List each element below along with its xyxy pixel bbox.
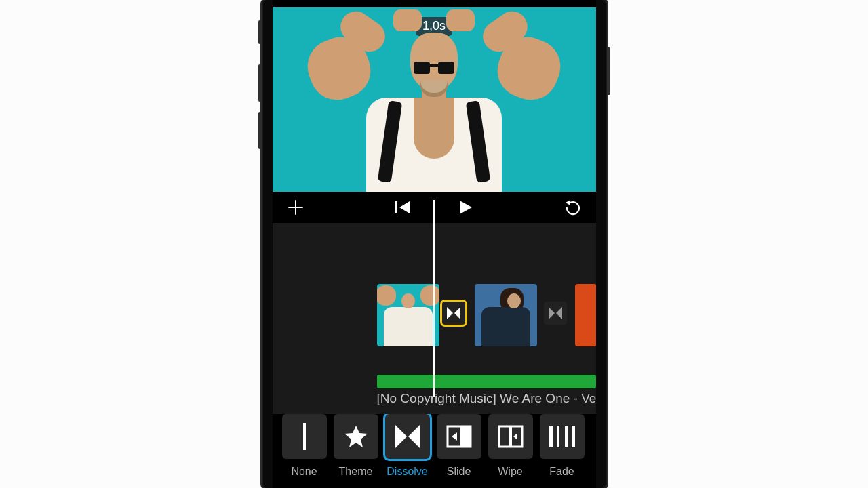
svg-rect-5 xyxy=(509,426,512,447)
dissolve-icon xyxy=(446,306,461,320)
svg-rect-0 xyxy=(395,201,397,214)
video-preview[interactable]: 1,0s xyxy=(273,7,596,192)
wipe-icon xyxy=(498,424,524,449)
svg-rect-9 xyxy=(572,426,575,447)
transition-marker-selected[interactable] xyxy=(442,302,465,325)
transition-option-label: Theme xyxy=(334,466,378,478)
dissolve-icon xyxy=(394,424,421,449)
undo-button[interactable] xyxy=(561,195,585,220)
transition-option-none[interactable]: None xyxy=(282,414,327,478)
play-icon xyxy=(456,199,474,216)
playhead-line[interactable] xyxy=(433,200,435,396)
none-icon xyxy=(302,423,307,450)
transition-option-label: Dissolve xyxy=(385,466,430,478)
transition-option-label: Slide xyxy=(437,466,481,478)
transition-option-label: Fade xyxy=(540,466,585,478)
plus-icon xyxy=(287,199,304,216)
timeline-clip[interactable] xyxy=(575,284,596,346)
play-button[interactable] xyxy=(453,195,477,220)
star-icon xyxy=(344,425,368,448)
timeline-clip[interactable] xyxy=(475,284,537,346)
hw-power-button xyxy=(607,47,610,95)
transition-option-label: None xyxy=(282,466,327,478)
transition-option-theme[interactable]: Theme xyxy=(334,414,378,478)
hw-volume-up xyxy=(258,64,262,102)
hw-volume-down xyxy=(258,112,262,149)
playback-bar xyxy=(273,192,596,223)
transition-option-wipe[interactable]: Wipe xyxy=(488,414,533,478)
slide-icon xyxy=(446,424,472,449)
svg-rect-7 xyxy=(557,426,559,447)
audio-track-label: [No Copyright Music] We Are One - Ve xyxy=(377,391,596,406)
hw-silent-switch xyxy=(258,20,262,44)
timeline-clip[interactable] xyxy=(377,284,439,346)
dissolve-icon xyxy=(548,306,563,320)
svg-rect-6 xyxy=(549,426,553,447)
add-media-button[interactable] xyxy=(283,195,308,220)
prev-frame-button[interactable] xyxy=(391,195,415,220)
fade-icon xyxy=(547,424,577,449)
transition-option-label: Wipe xyxy=(488,466,533,478)
app-screen: 1,0s xyxy=(273,0,596,488)
skip-start-icon xyxy=(395,200,411,215)
phone-frame: 1,0s xyxy=(263,0,606,488)
svg-rect-3 xyxy=(460,426,471,447)
transition-option-slide[interactable]: Slide xyxy=(437,414,481,478)
svg-rect-8 xyxy=(565,426,568,447)
transition-option-fade[interactable]: Fade xyxy=(540,414,585,478)
audio-track[interactable] xyxy=(377,375,596,388)
transition-option-dissolve[interactable]: Dissolve xyxy=(385,414,430,478)
transition-picker: None Theme Dissolve Slide Wipe Fade xyxy=(273,414,596,478)
svg-rect-1 xyxy=(303,423,306,450)
transition-marker[interactable] xyxy=(544,302,567,325)
undo-icon xyxy=(564,199,583,216)
